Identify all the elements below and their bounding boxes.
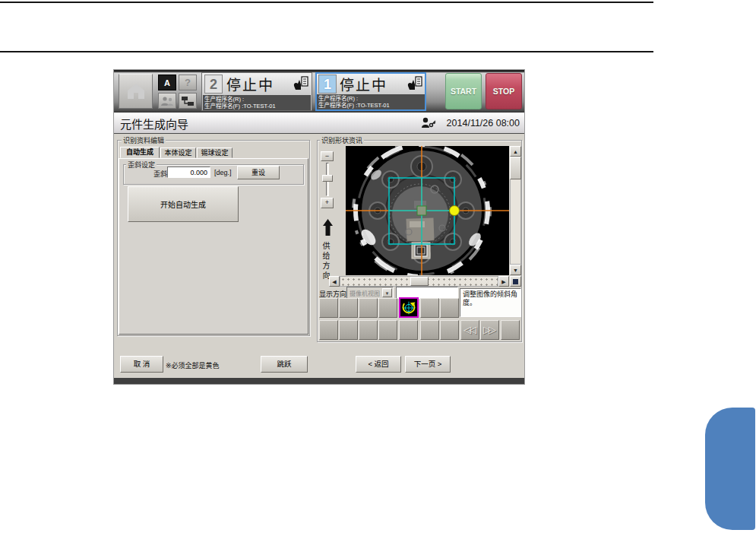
manual-icon: A — [164, 78, 170, 87]
home-icon — [125, 82, 147, 100]
title-bar: 元件生成向导 2014/11/26 08:00 — [114, 113, 524, 134]
yellow-point-marker — [450, 206, 460, 216]
tool-button-17[interactable] — [501, 320, 520, 340]
tool-button-4[interactable] — [378, 298, 397, 318]
zoom-in-button[interactable]: + — [321, 198, 334, 208]
operators-button[interactable] — [158, 93, 176, 109]
camera-image — [346, 146, 509, 275]
tab-ball-setting[interactable]: 锡球设定 — [197, 148, 232, 158]
module-2-program-info: 生产程序名(R) : 生产程序名(F) :TO-TEST-01 — [203, 95, 311, 110]
tool-button-9[interactable] — [339, 320, 358, 340]
tool-button-11[interactable] — [378, 320, 397, 340]
reset-button[interactable]: 重设 — [237, 166, 280, 179]
page-title: 元件生成向导 — [120, 116, 188, 132]
start-auto-generate-button[interactable]: 开始自动生成 — [128, 186, 239, 222]
home-button[interactable] — [119, 74, 153, 109]
tool-button-3[interactable] — [359, 298, 378, 318]
hint-text-box: 调整图像的倾斜角度。 — [460, 288, 521, 317]
vertical-scrollbar-thumb[interactable] — [510, 157, 521, 179]
module-1-panel[interactable]: 1 停止中 生产程序名(R) : 生产程序名(F) :TO-TEST-01 — [315, 72, 426, 111]
cancel-button[interactable]: 取 消 — [120, 356, 163, 373]
blue-side-tab — [705, 408, 755, 530]
tab-body-setting[interactable]: 本体设定 — [160, 148, 196, 158]
view-select-value: 摄像机视图 — [350, 289, 380, 297]
page-rule-bottom — [0, 51, 653, 52]
zoom-slider-handle[interactable] — [322, 175, 333, 182]
tool-button-13[interactable] — [420, 320, 439, 340]
program-name-r: 生产程序名(R) : — [318, 95, 423, 102]
center-marker-square — [417, 206, 426, 215]
supply-direction-arrow-icon — [323, 219, 333, 236]
chevron-down-icon[interactable]: ▼ — [382, 288, 392, 297]
module-1-program-info: 生产程序名(R) : 生产程序名(F) :TO-TEST-01 — [317, 94, 425, 109]
tool-button-10[interactable] — [359, 320, 378, 340]
bottom-strip — [114, 378, 524, 384]
module-2-status: 停止中 — [226, 74, 274, 94]
step-forward-button[interactable]: ▷▷ — [480, 320, 499, 340]
document-page: A ? 2 — [0, 0, 756, 533]
tab-auto-generate[interactable]: 自动生成 — [120, 147, 160, 158]
back-button[interactable]: < 返回 — [356, 356, 401, 373]
zoom-out-button[interactable]: − — [321, 151, 334, 161]
recognition-data-group-label: 识别资料编辑 — [122, 135, 166, 145]
step-back-button[interactable]: ◁◁ — [460, 320, 479, 340]
skew-setting-group-label: 歪斜设定 — [126, 160, 157, 170]
network-button[interactable] — [179, 93, 197, 109]
start-button[interactable]: START — [445, 73, 482, 109]
skew-unit-label: [deg.] — [214, 169, 232, 176]
scroll-up-button[interactable]: ▲ — [510, 146, 521, 157]
hand-document-icon — [293, 76, 309, 91]
stop-button[interactable]: STOP — [486, 73, 522, 109]
tool-button-14[interactable] — [440, 320, 459, 340]
module-2-number: 2 — [204, 75, 223, 94]
scroll-left-button[interactable]: ◀ — [329, 276, 340, 287]
manual-button[interactable]: A — [158, 75, 176, 90]
module-1-status: 停止中 — [340, 74, 387, 94]
fiducial-mark — [412, 243, 430, 259]
scroll-right-button[interactable]: ▶ — [498, 276, 509, 287]
machine-ui: A ? 2 — [114, 70, 524, 384]
help-button[interactable]: ? — [179, 75, 197, 90]
skip-button[interactable]: 跳跃 — [261, 356, 308, 373]
tool-button-2[interactable] — [339, 298, 358, 318]
hand-document-icon — [406, 76, 423, 91]
user-key-icon — [422, 117, 437, 128]
skew-field-label: 歪斜 — [153, 169, 167, 179]
rotate-image-button-selected[interactable] — [399, 297, 419, 318]
tool-button-12[interactable] — [399, 320, 418, 340]
program-name-f: 生产程序名(F) :TO-TEST-01 — [318, 102, 423, 109]
fit-view-icon — [513, 279, 518, 284]
program-name-r: 生产程序名(R) : — [204, 96, 309, 103]
network-icon — [181, 96, 195, 106]
module-2-panel[interactable]: 2 停止中 生产程序名(R) : 生产程序名(F) :TO-TEST-01 — [201, 72, 312, 111]
program-name-f: 生产程序名(F) :TO-TEST-01 — [204, 103, 309, 109]
page-rule-top — [0, 2, 653, 3]
datetime-display: 2014/11/26 08:00 — [447, 118, 520, 128]
rotate-icon — [401, 300, 416, 316]
tool-button-1[interactable] — [319, 298, 338, 318]
people-icon — [160, 96, 174, 106]
footer-note: ※必须全部是黄色 — [166, 360, 220, 370]
skew-value-input[interactable] — [167, 167, 210, 178]
module-1-number: 1 — [318, 75, 337, 94]
tool-button-7[interactable] — [440, 298, 459, 318]
fit-view-button[interactable] — [510, 276, 521, 287]
scroll-down-button[interactable]: ▼ — [510, 265, 521, 275]
tool-button-8[interactable] — [319, 320, 338, 340]
shape-info-group-label: 识别形状资讯 — [320, 135, 364, 145]
tool-button-6[interactable] — [420, 298, 439, 318]
horizontal-scrollbar-thumb[interactable] — [410, 277, 429, 286]
header-bar: A ? 2 — [114, 70, 524, 113]
next-page-button[interactable]: 下一页 > — [405, 356, 451, 373]
camera-image-viewport[interactable] — [346, 146, 509, 275]
help-icon: ? — [185, 77, 191, 88]
view-select[interactable]: 摄像机视图 ▼ — [346, 287, 394, 299]
